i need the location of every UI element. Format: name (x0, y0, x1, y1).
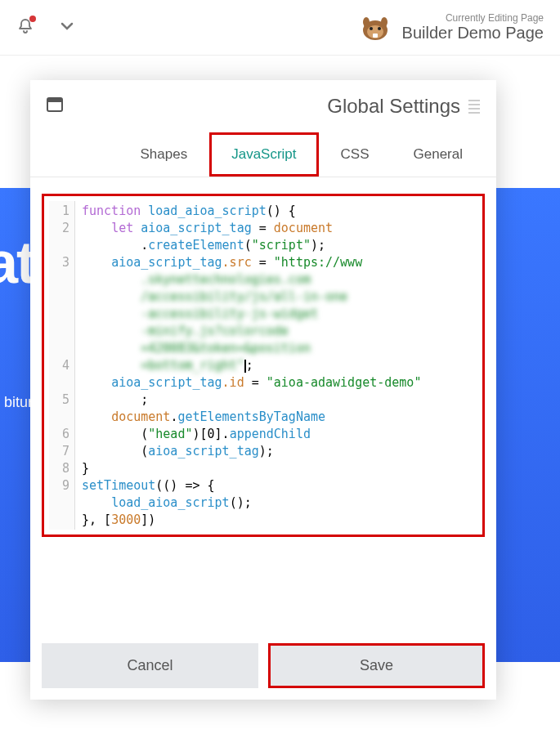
tab-shapes[interactable]: Shapes (119, 132, 210, 177)
chevron-down-icon[interactable] (59, 18, 75, 38)
tab-css[interactable]: CSS (319, 132, 392, 177)
page-titles: Currently Editing Page Builder Demo Page (402, 12, 544, 42)
beaver-logo-icon (358, 11, 392, 45)
notifications-button[interactable] (16, 17, 34, 38)
tab-javascript[interactable]: JavaScript (209, 132, 318, 177)
line-gutter: 1 2 3 4 5 6 7 8 9 (49, 201, 75, 530)
code-content[interactable]: function load_aioa_script() { let aioa_s… (75, 201, 477, 530)
window-icon[interactable] (47, 97, 63, 115)
svg-point-3 (378, 27, 381, 30)
svg-point-2 (370, 27, 373, 30)
modal-header: Global Settings (30, 80, 496, 132)
settings-tabs: General CSS JavaScript Shapes (30, 132, 496, 177)
page-heading-wrap: Currently Editing Page Builder Demo Page (358, 11, 544, 45)
tab-general[interactable]: General (392, 132, 485, 177)
modal-title: Global Settings (327, 95, 460, 118)
svg-point-5 (363, 17, 370, 27)
page-title: Builder Demo Page (402, 24, 544, 42)
top-bar: Currently Editing Page Builder Demo Page (0, 0, 560, 56)
svg-rect-8 (47, 98, 62, 102)
svg-rect-4 (373, 34, 378, 38)
cancel-button[interactable]: Cancel (42, 643, 258, 688)
notification-dot (29, 16, 36, 22)
topbar-actions (16, 17, 75, 38)
page-subtitle: Currently Editing Page (402, 12, 544, 24)
save-button[interactable]: Save (268, 643, 485, 688)
modal-buttons: Save Cancel (30, 632, 496, 700)
global-settings-modal: Global Settings General CSS JavaScript S… (30, 80, 496, 700)
drag-grip-icon[interactable] (468, 100, 480, 114)
code-editor[interactable]: 1 2 3 4 5 6 7 8 9 function load_aioa_scr… (42, 194, 485, 537)
svg-point-6 (381, 17, 388, 27)
